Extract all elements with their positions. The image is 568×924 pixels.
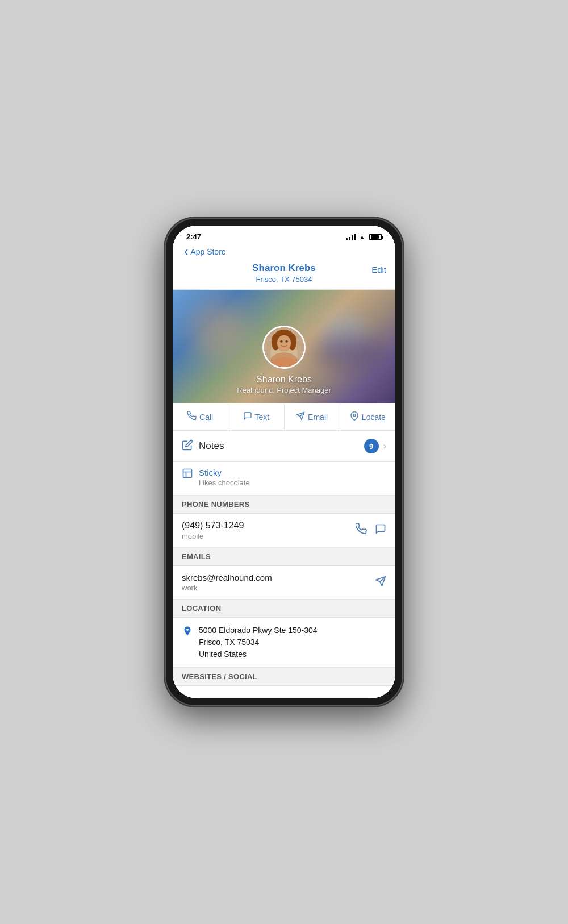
email-section-header: EMAILS [173,548,395,566]
email-address: skrebs@realhound.com [182,573,375,582]
status-time: 2:47 [186,232,201,241]
email-type: work [182,584,375,592]
notes-row[interactable]: Notes 9 › [173,431,395,462]
svg-point-9 [285,340,288,343]
location-line3: United States [199,650,247,659]
link-icon [182,693,192,693]
location-section-header: LOCATION [173,600,395,618]
hero-name: Sharon Krebs [256,374,312,385]
website-entry[interactable]: http://www.realhound.com [173,686,395,693]
phone-entry: (949) 573-1249 mobile [173,514,395,548]
svg-point-8 [280,340,283,343]
contact-location: Frisco, TX 75034 [207,275,361,284]
phone-screen: 2:47 ▲ ‹ App Store [173,226,395,698]
notes-label: Notes [199,440,364,452]
sticky-text: Likes chocolate [199,478,250,487]
sticky-title: Sticky [199,468,250,477]
locate-button[interactable]: Locate [340,403,395,430]
locate-label: Locate [362,413,386,422]
location-line2: Frisco, TX 75034 [199,638,259,647]
send-email-icon[interactable] [375,576,386,590]
phone-actions [356,523,386,538]
sticky-row[interactable]: Sticky Likes chocolate [173,462,395,496]
text-icon [243,411,252,422]
notes-edit-icon [182,439,193,453]
phone-frame: 2:47 ▲ ‹ App Store [165,218,403,706]
hero-title: Realhound, Project Manager [237,386,331,394]
email-info: skrebs@realhound.com work [182,573,375,592]
svg-rect-14 [183,469,192,478]
status-bar: 2:47 ▲ [173,226,395,244]
email-entry: skrebs@realhound.com work [173,566,395,600]
sticky-content: Sticky Likes chocolate [199,468,250,487]
phone-info: (949) 573-1249 mobile [182,521,356,540]
edit-button[interactable]: Edit [371,265,386,274]
text-phone-icon[interactable] [375,523,386,538]
notes-count-badge: 9 [364,439,379,453]
websites-section-header: WEBSITES / SOCIAL [173,668,395,686]
status-icons: ▲ [346,234,382,240]
battery-icon [369,234,382,240]
wifi-icon: ▲ [359,234,365,240]
svg-point-19 [186,629,189,631]
action-bar: Call Text Email [173,403,395,431]
email-icon [296,411,305,422]
contact-content: Notes 9 › Sticky Likes chocolate [173,431,395,693]
svg-point-7 [277,335,291,351]
avatar [262,326,306,369]
sticky-icon [182,468,193,482]
phone-type: mobile [182,532,356,540]
location-text: 5000 Eldorado Pkwy Ste 150-304 Frisco, T… [199,625,318,660]
location-line1: 5000 Eldorado Pkwy Ste 150-304 [199,626,318,635]
notes-chevron-icon: › [383,441,386,451]
phone-section-header: PHONE NUMBERS [173,496,395,514]
text-button[interactable]: Text [228,403,284,430]
phone-number: (949) 573-1249 [182,521,356,531]
location-entry[interactable]: 5000 Eldorado Pkwy Ste 150-304 Frisco, T… [173,618,395,668]
back-button[interactable]: ‹ App Store [184,244,226,259]
location-pin-icon [182,626,193,641]
hero-section: Sharon Krebs Realhound, Project Manager [173,290,395,403]
contact-name: Sharon Krebs [207,263,361,274]
text-label: Text [255,413,270,422]
email-button[interactable]: Email [285,403,340,430]
svg-point-13 [353,414,356,417]
call-button[interactable]: Call [173,403,228,430]
call-phone-icon[interactable] [356,523,367,538]
call-label: Call [199,413,213,422]
call-icon [187,411,197,422]
locate-icon [350,411,359,422]
back-label: App Store [190,247,225,256]
signal-icon [346,234,356,240]
email-action-label: Email [308,413,328,422]
